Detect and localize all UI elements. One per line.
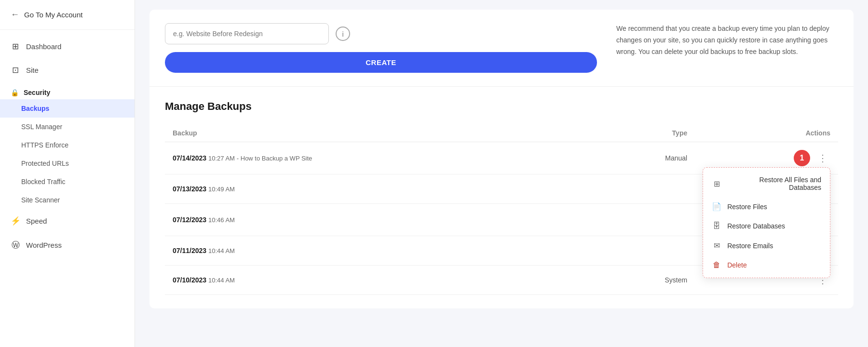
restore-db-icon: 🗄 [712, 222, 721, 230]
table-header-row: Backup Type Actions [165, 124, 838, 142]
table-row: 07/14/2023 10:27 AM - How to Backup a WP… [165, 142, 838, 174]
sidebar-item-https-enforce[interactable]: HTTPS Enforce [0, 136, 135, 154]
backup-type-value: Manual [665, 154, 687, 162]
create-backup-panel: i CREATE We recommend that you create a … [149, 10, 854, 87]
backup-time: 10:44 AM [208, 277, 235, 284]
sidebar-item-site-scanner[interactable]: Site Scanner [0, 191, 135, 209]
sidebar-item-ssl-manager[interactable]: SSL Manager [0, 118, 135, 136]
sidebar-item-wordpress[interactable]: Ⓦ WordPress [0, 233, 135, 257]
manage-backups-section: Manage Backups Backup Type Actions 07/14… [149, 87, 854, 308]
dropdown-item-restore-db[interactable]: 🗄Restore Databases [703, 216, 830, 236]
site-icon: ⊡ [11, 65, 20, 75]
sidebar-item-speed[interactable]: ⚡ Speed [0, 209, 135, 233]
restore-files-label: Restore Files [727, 203, 767, 211]
step-badge: 1 [794, 150, 810, 166]
col-actions: Actions [695, 124, 838, 142]
actions-dropdown: ⊞Restore All Files and Databases📄Restore… [703, 167, 830, 278]
type-cell: System [591, 266, 695, 295]
sidebar-label-speed: Speed [26, 217, 47, 225]
restore-files-icon: 📄 [712, 202, 721, 211]
protected-urls-label: Protected URLs [21, 160, 69, 167]
sidebar-nav: ⊞ Dashboard ⊡ Site 🔒 Security Backups SS… [0, 30, 135, 262]
backup-cell: 07/12/2023 10:46 AM [165, 204, 591, 236]
sidebar: ← Go To My Account ⊞ Dashboard ⊡ Site 🔒 … [0, 0, 135, 347]
https-enforce-label: HTTPS Enforce [21, 141, 68, 149]
backup-time: 10:44 AM [208, 247, 235, 254]
backup-name-input[interactable] [165, 23, 329, 44]
restore-all-icon: ⊞ [712, 179, 721, 188]
sidebar-item-dashboard[interactable]: ⊞ Dashboard [0, 35, 135, 58]
backup-cell: 07/10/2023 10:44 AM [165, 266, 591, 295]
info-icon-button[interactable]: i [336, 27, 350, 41]
backup-type-value: System [665, 276, 688, 284]
type-cell [591, 236, 695, 266]
site-scanner-label: Site Scanner [21, 196, 60, 204]
sidebar-section-security[interactable]: 🔒 Security [0, 82, 135, 99]
backup-date: 07/10/2023 [173, 276, 206, 284]
security-icon: 🔒 [11, 89, 19, 96]
restore-emails-icon: ✉ [712, 241, 721, 250]
actions-wrapper: 1⋮⊞Restore All Files and Databases📄Resto… [703, 150, 830, 166]
security-label: Security [24, 89, 50, 96]
type-cell: Manual [591, 142, 695, 174]
backup-info-content: We recommend that you create a backup ev… [616, 25, 829, 55]
type-cell [591, 204, 695, 236]
wordpress-icon: Ⓦ [11, 240, 20, 251]
backups-label: Backups [21, 105, 49, 112]
actions-cell: 1⋮⊞Restore All Files and Databases📄Resto… [695, 142, 838, 174]
main-content: i CREATE We recommend that you create a … [135, 0, 868, 347]
backup-date: 07/14/2023 [173, 154, 206, 162]
manage-backups-title: Manage Backups [165, 100, 838, 113]
restore-db-label: Restore Databases [727, 222, 785, 230]
dropdown-item-delete[interactable]: 🗑Delete [703, 255, 830, 275]
backup-time: 10:46 AM [208, 216, 235, 224]
sidebar-item-backups[interactable]: Backups [0, 99, 135, 118]
backup-date: 07/11/2023 [173, 247, 206, 254]
three-dots-button[interactable]: ⋮ [815, 151, 830, 165]
dropdown-item-restore-files[interactable]: 📄Restore Files [703, 197, 830, 216]
dropdown-item-restore-emails[interactable]: ✉Restore Emails [703, 236, 830, 255]
backups-table: Backup Type Actions 07/14/2023 10:27 AM … [165, 124, 838, 295]
restore-all-label: Restore All Files and Databases [727, 176, 821, 191]
create-backup-button[interactable]: CREATE [165, 52, 597, 73]
sidebar-label-dashboard: Dashboard [26, 42, 61, 51]
restore-emails-label: Restore Emails [727, 242, 773, 250]
backup-cell: 07/14/2023 10:27 AM - How to Backup a WP… [165, 142, 591, 174]
backup-date: 07/13/2023 [173, 185, 206, 193]
col-type: Type [591, 124, 695, 142]
backup-date: 07/12/2023 [173, 216, 206, 224]
backup-label: - How to Backup a WP Site [237, 155, 312, 162]
col-backup: Backup [165, 124, 591, 142]
back-to-account[interactable]: ← Go To My Account [0, 0, 135, 30]
backup-time: 10:49 AM [208, 186, 235, 193]
backup-cell: 07/13/2023 10:49 AM [165, 174, 591, 204]
sidebar-label-site: Site [26, 66, 39, 74]
dashboard-icon: ⊞ [11, 41, 20, 52]
sidebar-item-protected-urls[interactable]: Protected URLs [0, 154, 135, 173]
speed-icon: ⚡ [11, 216, 20, 226]
sidebar-item-site[interactable]: ⊡ Site [0, 58, 135, 82]
blocked-traffic-label: Blocked Traffic [21, 178, 66, 186]
delete-icon: 🗑 [712, 261, 721, 269]
backup-info-text: We recommend that you create a backup ev… [616, 23, 838, 57]
back-label: Go To My Account [24, 11, 82, 19]
create-backup-left: i CREATE [165, 23, 597, 73]
dropdown-item-restore-all[interactable]: ⊞Restore All Files and Databases [703, 171, 830, 197]
delete-label: Delete [727, 261, 746, 269]
sidebar-label-wordpress: WordPress [26, 241, 62, 249]
backup-input-row: i [165, 23, 597, 44]
sidebar-item-blocked-traffic[interactable]: Blocked Traffic [0, 173, 135, 191]
ssl-manager-label: SSL Manager [21, 123, 62, 131]
back-arrow-icon: ← [11, 10, 19, 20]
backup-time: 10:27 AM [208, 155, 235, 162]
backup-cell: 07/11/2023 10:44 AM [165, 236, 591, 266]
type-cell [591, 174, 695, 204]
